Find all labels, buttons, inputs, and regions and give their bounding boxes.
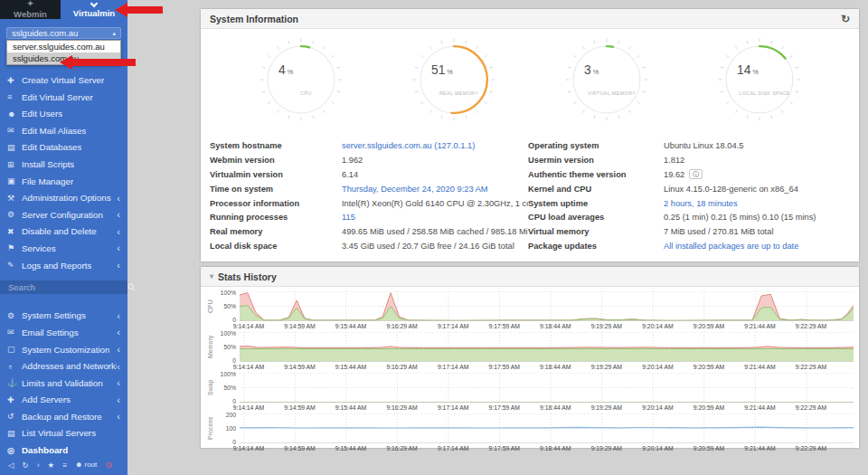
x-tick-label: 9:20:59 AM [693, 364, 724, 370]
collapse-caret-icon[interactable]: ▾ [210, 272, 213, 280]
info-value: 1.812 [664, 154, 850, 168]
y-tick-label: 0 [232, 439, 236, 445]
sidebar-item-label: Dashboard [22, 445, 68, 455]
info-label: Authentic theme version [528, 168, 664, 183]
y-tick-label: 100% [221, 290, 236, 296]
svg-text:REAL MEMORY: REAL MEMORY [439, 90, 477, 96]
submenu-chevron-icon: ‹ [117, 311, 120, 320]
info-label: CPU load averages [528, 211, 664, 225]
sidebar-item-label: Edit Users [22, 109, 62, 119]
y-tick-label: 200 [226, 412, 236, 418]
tab-webmin[interactable]: ✦ Webmin [0, 0, 61, 19]
chart-process: Process20010009:14:14 AM9:14:59 AM9:15:4… [204, 413, 854, 453]
sidebar-item-backup-and-restore[interactable]: ↺Backup and Restore‹ [0, 408, 127, 425]
info-value: 499.65 MiB used / 258.58 MiB cached / 98… [342, 225, 528, 240]
chart-y-axis: 100%50%0 [216, 291, 240, 321]
sidebar-item-install-scripts[interactable]: ⊞Install Scripts [0, 156, 127, 173]
refresh-icon[interactable]: ↻ [841, 13, 850, 25]
sidebar-item-file-manager[interactable]: ▣File Manager [0, 173, 127, 190]
annotation-arrow-domain-option [60, 55, 136, 70]
info-value-link[interactable]: server.sslguides.com.au (127.0.1.1) [342, 139, 528, 154]
x-tick-label: 9:21:44 AM [744, 364, 775, 370]
sidebar-item-administration-options[interactable]: ⚒Administration Options‹ [0, 189, 127, 206]
tab-virtualmin-label: Virtualmin [73, 8, 115, 18]
sidebar-item-email-settings[interactable]: ✉Email Settings‹ [0, 324, 127, 341]
power-icon[interactable]: ⊙ [105, 460, 112, 470]
sidebar-item-edit-mail-aliases[interactable]: ✉Edit Mail Aliases [0, 122, 127, 139]
list-virtual-servers-icon: ▤ [7, 429, 22, 438]
info-value-link[interactable]: All installed packages are up to date [664, 240, 850, 254]
search-icon[interactable] [127, 283, 136, 291]
chart-plot-area [240, 332, 854, 362]
svg-text:CPU: CPU [300, 90, 311, 96]
sidebar-item-dashboard[interactable]: ◎Dashboard [0, 442, 127, 459]
info-label: Virtual memory [528, 225, 664, 240]
domain-select[interactable]: sslguides.com.au ▴ [6, 27, 121, 39]
sidebar-search-input[interactable] [8, 282, 127, 292]
chart-y-axis: 100%50%0 [216, 373, 240, 403]
sidebar-item-limits-and-validation[interactable]: ⚓Limits and Validation‹ [0, 375, 127, 392]
x-tick-label: 9:20:14 AM [642, 445, 673, 451]
x-tick-label: 9:22:29 AM [796, 364, 826, 370]
y-tick-label: 0 [232, 317, 236, 323]
sidebar-footer: ◁↻›★≡☻root⊙ [0, 459, 127, 475]
x-tick-label: 9:22:29 AM [796, 323, 826, 329]
x-tick-label: 9:22:29 AM [796, 404, 826, 411]
info-value-link[interactable]: Thursday, December 24, 2020 9:23 AM [342, 183, 528, 197]
sidebar-item-add-servers[interactable]: ✚Add Servers‹ [0, 391, 127, 408]
x-tick-label: 9:20:59 AM [693, 404, 724, 411]
navigation-icon[interactable]: ≡ [62, 461, 67, 470]
sidebar-item-edit-databases[interactable]: ▤Edit Databases [0, 139, 127, 157]
y-tick-label: 0 [232, 357, 236, 364]
dropdown-option-server-sslguides-com-au[interactable]: server.sslguides.com.au [7, 41, 120, 52]
stats-charts: CPU100%50%09:14:14 AM9:14:59 AM9:15:44 A… [201, 287, 859, 453]
select-caret-icon: ▴ [112, 30, 116, 37]
domain-select-value: sslguides.com.au [12, 28, 78, 38]
sidebar-item-edit-users[interactable]: ☻Edit Users [0, 105, 127, 122]
sidebar-item-create-virtual-server[interactable]: ✚Create Virtual Server [0, 71, 127, 89]
x-tick-label: 9:15:44 AM [335, 445, 366, 451]
submenu-chevron-icon: ‹ [117, 395, 120, 404]
x-tick-label: 9:14:59 AM [284, 323, 315, 329]
refresh-icon[interactable]: ↻ [23, 461, 29, 470]
sidebar-item-logs-and-reports[interactable]: ✎Logs and Reports‹ [0, 257, 127, 274]
sidebar-item-disable-and-delete[interactable]: ✖Disable and Delete‹ [0, 223, 127, 241]
sidebar-item-edit-virtual-server[interactable]: ≡Edit Virtual Server [0, 89, 127, 106]
x-tick-label: 9:14:14 AM [233, 445, 264, 451]
x-tick-label: 9:16:29 AM [386, 364, 417, 370]
x-tick-label: 9:14:14 AM [233, 364, 264, 370]
sidebar-item-label: List Virtual Servers [22, 428, 96, 438]
info-value-link[interactable]: 2 hours, 18 minutes [664, 197, 850, 212]
sidebar-item-label: Backup and Restore [22, 412, 102, 422]
system-information-panel: System Information ↻ 4%CPU51%REAL MEMORY… [201, 9, 859, 261]
sidebar-item-label: Create Virtual Server [22, 75, 104, 85]
info-badge-icon[interactable]: ⓘ [689, 169, 703, 179]
logs-and-reports-icon: ✎ [7, 261, 22, 270]
logged-in-user[interactable]: ☻root [75, 461, 97, 469]
favorites-icon[interactable]: ★ [48, 461, 55, 470]
info-value-link[interactable]: 115 [342, 211, 528, 225]
x-tick-label: 9:14:59 AM [284, 445, 315, 451]
main-content: System Information ↻ 4%CPU51%REAL MEMORY… [127, 0, 868, 475]
sidebar-item-server-configuration[interactable]: ⚙Server Configuration‹ [0, 206, 127, 223]
info-value: 6.14 [342, 168, 528, 183]
terminal-icon[interactable]: › [37, 461, 40, 470]
chart-x-axis: 9:14:14 AM9:14:59 AM9:15:44 AM9:16:29 AM… [240, 443, 854, 453]
sidebar-item-label: Limits and Validation [22, 378, 103, 388]
sidebar-item-addresses-and-networking[interactable]: ♁Addresses and Networking‹ [0, 357, 127, 375]
gauge-real-memory: 51%REAL MEMORY [409, 36, 499, 127]
x-tick-label: 9:15:44 AM [335, 323, 366, 329]
sidebar-item-services[interactable]: ⚑Services‹ [0, 240, 127, 257]
sidebar-item-system-settings[interactable]: ⚙System Settings‹ [0, 308, 127, 325]
y-tick-label: 50% [223, 303, 236, 309]
sidebar-tabbar: ✦ Webmin Virtualmin [0, 0, 127, 19]
sidebar-item-system-customization[interactable]: ▢System Customization‹ [0, 341, 127, 358]
y-tick-label: 50% [223, 385, 236, 391]
administration-options-icon: ⚒ [7, 194, 22, 203]
sidebar-item-list-virtual-servers[interactable]: ▤List Virtual Servers [0, 425, 127, 442]
info-label: System hostname [210, 139, 342, 154]
sidebar-item-label: Addresses and Networking [22, 361, 117, 371]
submenu-chevron-icon: ‹ [117, 328, 120, 337]
collapse-sidebar-icon[interactable]: ◁ [8, 461, 14, 470]
addresses-and-networking-icon: ♁ [7, 362, 22, 371]
